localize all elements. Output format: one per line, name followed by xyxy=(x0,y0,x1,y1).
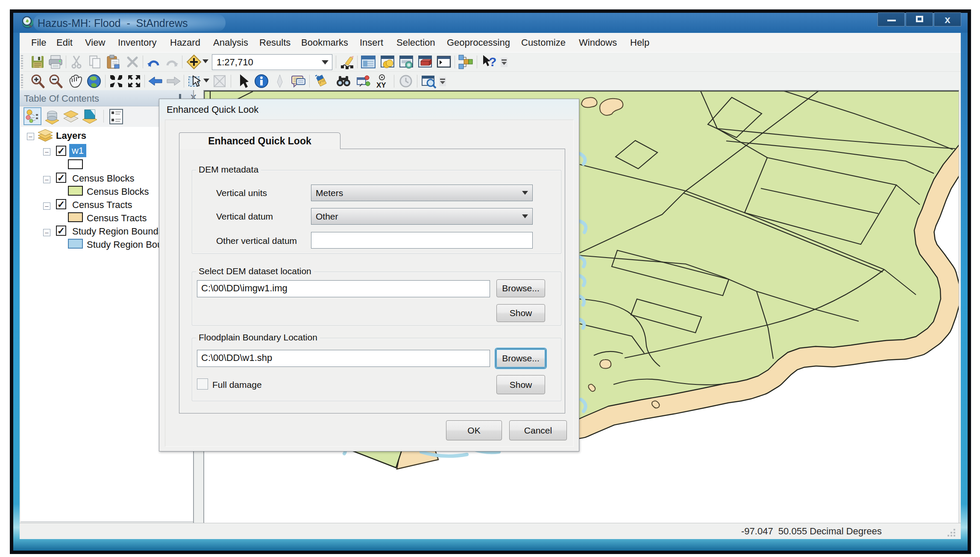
svg-text:XY: XY xyxy=(376,81,386,89)
svg-text:?: ? xyxy=(489,55,496,69)
